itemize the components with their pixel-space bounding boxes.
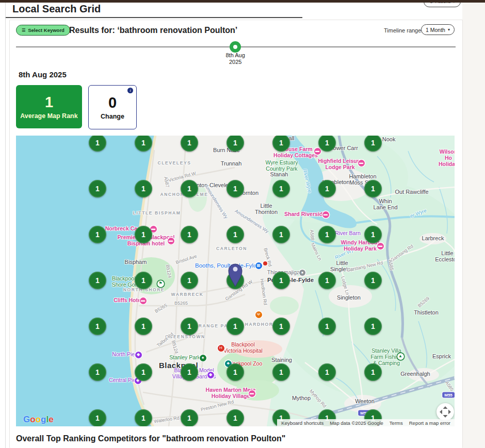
google-logo[interactable]: Google — [23, 414, 54, 425]
rank-circle[interactable]: 1 — [318, 318, 336, 335]
map-attribution: Keyboard shortcutsMap data ©2025 GoogleT… — [277, 419, 455, 426]
rank-circle[interactable]: 1 — [181, 409, 198, 426]
google-logo-letter: o — [36, 414, 41, 424]
rank-circle[interactable]: 1 — [181, 363, 198, 381]
park-tree-icon: ♠ — [200, 355, 206, 361]
info-icon[interactable]: i — [127, 88, 133, 93]
rank-circle[interactable]: 1 — [227, 180, 244, 197]
rank-circle[interactable]: 1 — [364, 363, 382, 381]
rank-circle[interactable]: 1 — [89, 180, 106, 197]
attribution-link[interactable]: Keyboard shortcuts — [281, 420, 324, 426]
rank-circle[interactable]: 1 — [272, 272, 290, 289]
rank-circle[interactable]: 1 — [89, 226, 106, 243]
motorway-shield: M55 — [442, 392, 455, 398]
change-value: 0 — [108, 94, 117, 111]
attraction-icon: ● — [299, 270, 305, 276]
average-map-rank-label: Average Map Rank — [20, 112, 77, 120]
rank-circle[interactable]: 1 — [227, 318, 244, 335]
rank-circle[interactable]: 1 — [89, 318, 106, 335]
map-pin-icon — [225, 260, 246, 289]
pan-control[interactable] — [436, 403, 454, 421]
rank-circle[interactable]: 1 — [135, 180, 152, 197]
rank-circle[interactable]: 1 — [135, 363, 152, 381]
attribution-link[interactable]: Report a map error — [409, 420, 450, 426]
rank-circle[interactable]: 1 — [135, 318, 152, 335]
attribution-link[interactable]: Terms — [390, 420, 403, 426]
restaurant-dot-icon — [263, 261, 267, 266]
timeline-date-line2: 2025 — [215, 59, 256, 65]
chevron-down-icon: ▾ — [448, 27, 450, 32]
timeline-range-select[interactable]: 1 Month ▾ — [421, 24, 455, 35]
grocery-cart-icon: ▦ — [255, 262, 262, 269]
rank-circle[interactable]: 1 — [181, 272, 198, 289]
rank-circle[interactable]: 1 — [181, 226, 198, 243]
page-right-background — [462, 3, 485, 448]
rank-circle[interactable]: 1 — [227, 363, 244, 381]
rank-circle[interactable]: 1 — [318, 180, 336, 197]
rank-circle[interactable]: 1 — [135, 409, 152, 426]
attraction-icon: ◆ — [207, 372, 214, 378]
rank-circle[interactable]: 1 — [364, 226, 382, 243]
average-map-rank-value: 1 — [45, 94, 53, 110]
rank-circle[interactable]: 1 — [272, 180, 290, 197]
rank-circle[interactable]: 1 — [135, 226, 152, 243]
lodging-icon: ▬ — [358, 160, 365, 167]
rank-circle[interactable]: 1 — [181, 180, 198, 197]
list-icon: ☰ — [22, 28, 25, 32]
map-canvas[interactable]: Burn NazeTrunnahStanahHambletonHambleton… — [16, 136, 455, 426]
page-title: Local Search Grid — [12, 3, 101, 15]
golf-icon: ⚑ — [157, 280, 164, 287]
rank-circle[interactable]: 1 — [318, 226, 336, 243]
change-card: i 0 Change — [88, 85, 137, 129]
rank-circle[interactable]: 1 — [364, 180, 382, 197]
competitors-heading: Overall Top Ranking Competitors for "bat… — [16, 434, 285, 443]
rank-circle[interactable]: 1 — [89, 272, 106, 289]
google-logo-letter: o — [30, 414, 35, 424]
title-underline — [6, 17, 302, 18]
timeline-range-label: Timeline range: — [384, 27, 423, 34]
hospital-icon: H — [218, 345, 224, 352]
attribution-text: Map data ©2025 Google — [330, 420, 383, 426]
timeline-slider-handle[interactable] — [230, 41, 241, 53]
select-keyword-button[interactable]: ☰ Select Keyword — [16, 25, 70, 36]
average-map-rank-card: 1 Average Map Rank — [16, 85, 82, 128]
timeline-date-line1: 8th Aug — [215, 52, 256, 59]
rank-circle[interactable]: 1 — [135, 272, 152, 289]
select-keyword-label: Select Keyword — [28, 27, 64, 33]
google-logo-letter: G — [23, 414, 30, 424]
restaurant-icon: Ψ — [255, 311, 262, 318]
timeline-range-value: 1 Month — [426, 27, 445, 33]
rank-circle[interactable]: 1 — [89, 409, 106, 426]
lodging-icon: ▬ — [377, 243, 384, 250]
lodging-icon: ▬ — [314, 148, 321, 155]
window-left-edge — [5, 3, 6, 448]
rank-circle[interactable]: 1 — [272, 363, 290, 381]
content-card: ☰ Select Keyword Results for: ‘bathroom … — [9, 20, 463, 448]
rank-circle[interactable]: 1 — [227, 409, 244, 426]
rank-circle[interactable]: 1 — [364, 318, 382, 335]
rank-circle[interactable]: 1 — [227, 226, 244, 243]
lodging-icon: ▬ — [249, 390, 255, 397]
lodging-icon: ▬ — [140, 297, 147, 304]
google-logo-letter: e — [48, 414, 53, 424]
results-heading: Results for: ‘bathroom renovation Poulto… — [69, 25, 237, 36]
rank-circle[interactable]: 1 — [89, 363, 106, 381]
rank-circle[interactable]: 1 — [364, 272, 382, 289]
timeline-date-label: 8th Aug 2025 — [215, 52, 256, 65]
rank-circle[interactable]: 1 — [318, 272, 336, 289]
lodging-icon: ▬ — [168, 238, 174, 244]
rank-circle[interactable]: 1 — [181, 318, 198, 335]
change-label: Change — [101, 113, 124, 120]
campground-icon: ▲ — [397, 353, 404, 360]
rank-circle[interactable]: 1 — [272, 318, 290, 335]
lodging-icon: ▬ — [322, 211, 329, 218]
rank-circle[interactable]: 1 — [318, 363, 336, 381]
page: ⚙ Actions ▾ Local Search Grid ☰ Select K… — [0, 0, 485, 448]
pan-arrows-icon — [436, 403, 454, 421]
pier-attraction-icon: ◆ — [135, 352, 142, 358]
top-window-bar — [0, 0, 485, 3]
rank-circle[interactable]: 1 — [272, 226, 290, 243]
google-logo-letter: g — [41, 414, 46, 424]
snapshot-date-heading: 8th Aug 2025 — [19, 70, 67, 79]
